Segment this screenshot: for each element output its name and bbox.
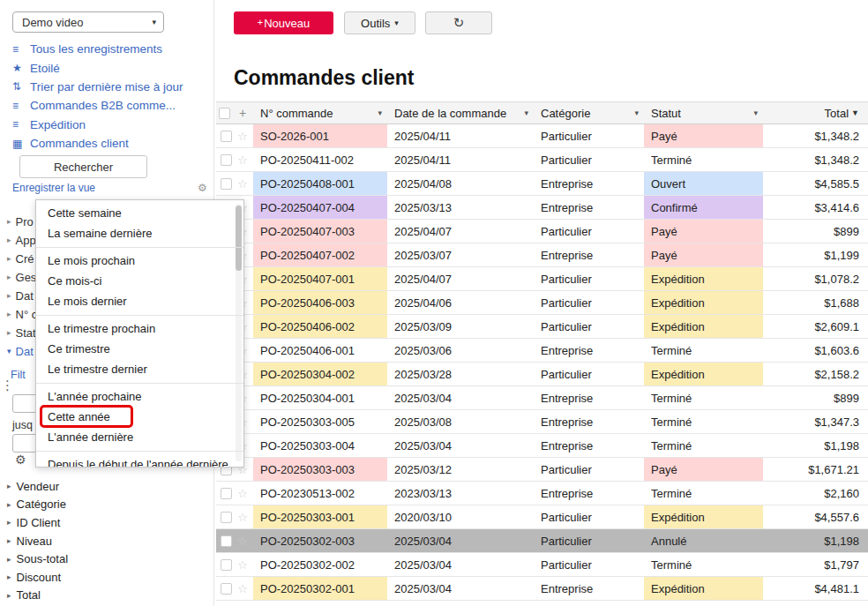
chevron-down-icon[interactable]: ▾ (378, 108, 387, 117)
base-selector[interactable]: Demo video ▾ (12, 11, 164, 33)
sort-icon: ⇅ (12, 80, 30, 93)
search-button[interactable]: Rechercher (19, 155, 147, 178)
field-group-id-client[interactable]: ▸ID Client (0, 513, 213, 532)
view-settings-icon[interactable]: ⚙ (198, 182, 207, 194)
field-group-collapsed[interactable]: ▸Ges (7, 269, 36, 285)
menu-separator (36, 447, 243, 454)
table-row[interactable]: ☆PO-20250406-0012025/03/06EntrepriseTerm… (216, 339, 868, 363)
table-row[interactable]: ☆PO-20250406-0022025/03/09ParticulierExp… (216, 315, 868, 339)
field-group-collapsed[interactable]: ▸Pro (7, 213, 34, 229)
status-cell: Expédition (644, 291, 763, 314)
star-outline-icon[interactable]: ☆ (237, 487, 248, 500)
menu-item-depuis-le-d-but-de-l-ann-e-derni-re[interactable]: Depuis le début de l'année dernière (36, 454, 243, 468)
star-outline-icon[interactable]: ☆ (237, 130, 248, 143)
sidebar-item-exp-dition[interactable]: ≡Expédition (0, 116, 213, 134)
sidebar-item-etoil[interactable]: ★Etoilé (0, 58, 213, 77)
menu-item-cette-semaine[interactable]: Cette semaine (36, 203, 243, 223)
table-row[interactable]: ☆PO-20250407-0032025/04/07ParticulierPay… (216, 220, 868, 243)
sidebar-item-commandes-b2b-comme[interactable]: ≡Commandes B2B comme... (0, 96, 213, 115)
column-header-order-number[interactable]: N° commande ▾ (253, 102, 387, 123)
table-row[interactable]: ☆PO-20250407-0042025/03/13EntrepriseConf… (216, 196, 868, 220)
row-checkbox[interactable] (221, 512, 232, 523)
row-checkbox[interactable] (221, 488, 232, 499)
table-row[interactable]: ☆PO-20250303-0042025/03/04EntrepriseTerm… (216, 434, 868, 458)
star-outline-icon[interactable]: ☆ (237, 558, 248, 572)
menu-item-cette-ann-e[interactable]: Cette année (36, 407, 243, 427)
table-row[interactable]: ☆PO-20250302-0022025/03/04ParticulierTer… (216, 553, 868, 577)
refresh-button[interactable]: ↻ (425, 11, 492, 34)
field-group-collapsed[interactable]: ▸Stat (7, 325, 36, 340)
table-row[interactable]: ☆PO-20250304-0012025/03/04EntrepriseTerm… (216, 386, 868, 410)
table-row[interactable]: ☆PO-20250411-0022025/04/11ParticulierTer… (216, 148, 868, 172)
table-row[interactable]: ☆PO-20250303-0052025/03/08EntrepriseTerm… (216, 410, 868, 434)
table-row[interactable]: ☆PO-20250302-0032025/03/04ParticulierAnn… (216, 529, 868, 553)
table-row[interactable]: ☆PO-20250407-0022025/03/07EntreprisePayé… (216, 243, 868, 267)
menu-item-ce-mois-ci[interactable]: Ce mois-ci (36, 271, 243, 291)
row-checkbox[interactable] (221, 583, 232, 595)
chevron-down-icon[interactable]: ▾ (753, 108, 763, 117)
field-group-vendeur[interactable]: ▸Vendeur (0, 477, 213, 496)
sidebar-item-tous-les-enregistrements[interactable]: ≡Tous les enregistrements (0, 40, 213, 58)
field-label: Cré (16, 252, 34, 266)
field-group-total[interactable]: ▸Total (0, 587, 213, 605)
row-checkbox[interactable] (221, 535, 232, 547)
field-group-collapsed[interactable]: ▸N° c (7, 306, 37, 322)
tools-button[interactable]: Outils ▾ (344, 11, 415, 34)
table-row[interactable]: ☆SO-2026-0012025/04/11ParticulierPayé$1,… (216, 124, 868, 148)
menu-scrollbar-thumb[interactable] (236, 206, 242, 271)
field-group-discount[interactable]: ▸Discount (0, 568, 213, 587)
table-row[interactable]: ☆PO-20250303-0012020/03/10ParticulierExp… (216, 505, 868, 529)
field-group-collapsed[interactable]: ▸App (7, 232, 36, 248)
page-title: Commandes client (234, 66, 415, 90)
row-select-cell (216, 482, 232, 505)
new-record-button[interactable]: + Nouveau (234, 11, 333, 34)
field-group-collapsed[interactable]: ▸Cré (7, 251, 34, 266)
table-row[interactable]: ☆PO-20250406-0032025/04/06ParticulierExp… (216, 291, 868, 315)
table-row[interactable]: ☆PO-20250407-0012025/04/07ParticulierExp… (216, 267, 868, 291)
table-row[interactable]: ☆PO-20250304-0022025/03/28ParticulierExp… (216, 363, 868, 386)
field-group-expanded[interactable]: ▾Dat (7, 343, 34, 359)
field-group-cat-gorie[interactable]: ▸Catégorie (0, 496, 213, 514)
tri-right-icon: ▸ (7, 591, 11, 600)
menu-item-l-ann-e-prochaine[interactable]: L'année prochaine (36, 386, 243, 407)
menu-item-ce-trimestre[interactable]: Ce trimestre (36, 339, 243, 359)
category-cell: Particulier (534, 148, 644, 171)
star-outline-icon[interactable]: ☆ (237, 535, 248, 548)
menu-item-le-mois-prochain[interactable]: Le mois prochain (36, 251, 243, 271)
sidebar-item-commandes-client[interactable]: ▦Commandes client (0, 134, 213, 153)
menu-item-l-ann-e-derni-re[interactable]: L'année dernière (36, 427, 243, 447)
table-row[interactable]: ☆PO-20250302-0012025/03/04EntrepriseExpé… (216, 577, 868, 601)
menu-item-la-semaine-derni-re[interactable]: La semaine dernière (36, 223, 243, 243)
star-outline-icon[interactable]: ☆ (237, 511, 248, 524)
table-row[interactable]: ☆PO-20250303-0032025/03/12ParticulierPay… (216, 458, 868, 482)
field-group-collapsed[interactable]: ▸Dat (7, 288, 34, 303)
star-outline-icon[interactable]: ☆ (237, 177, 248, 191)
menu-item-le-trimestre-prochain[interactable]: Le trimestre prochain (36, 318, 243, 339)
menu-item-le-mois-dernier[interactable]: Le mois dernier (36, 291, 243, 311)
star-outline-icon[interactable]: ☆ (237, 582, 248, 595)
star-icon: ★ (12, 62, 30, 74)
field-group-sous-total[interactable]: ▸Sous-total (0, 550, 213, 568)
chevron-down-icon[interactable]: ▾ (634, 108, 644, 117)
table-row[interactable]: ☆PO-20230513-0022023/03/13EntrepriseTerm… (216, 482, 868, 505)
star-outline-icon[interactable]: ☆ (237, 153, 248, 167)
sidebar-item-trier-par-derni-re-mise-jour[interactable]: ⇅Trier par dernière mise à jour (0, 78, 213, 96)
add-icon[interactable]: + (239, 106, 246, 120)
row-checkbox[interactable] (221, 154, 232, 166)
column-header-status[interactable]: Statut ▾ (644, 102, 763, 123)
menu-item-le-trimestre-dernier[interactable]: Le trimestre dernier (36, 359, 243, 379)
column-header-category[interactable]: Catégorie ▾ (534, 102, 644, 123)
drag-handle-icon[interactable]: ⋮ (1, 378, 14, 393)
row-checkbox[interactable] (221, 178, 232, 190)
sort-desc-icon[interactable]: ▼ (851, 108, 859, 117)
field-group-niveau[interactable]: ▸Niveau (0, 532, 213, 550)
column-header-order-date[interactable]: Date de la commande ▾ (387, 102, 534, 123)
row-checkbox[interactable] (221, 131, 232, 142)
table-row[interactable]: ☆PO-20250408-0012025/04/08EntrepriseOuve… (216, 172, 868, 196)
select-all-checkbox[interactable] (219, 108, 230, 119)
save-view-link[interactable]: Enregistrer la vue (12, 182, 95, 194)
chevron-down-icon[interactable]: ▾ (524, 108, 534, 117)
column-header-total[interactable]: Total ▼ (763, 102, 868, 123)
gear-icon[interactable]: ⚙ (15, 453, 26, 467)
row-checkbox[interactable] (221, 559, 232, 571)
